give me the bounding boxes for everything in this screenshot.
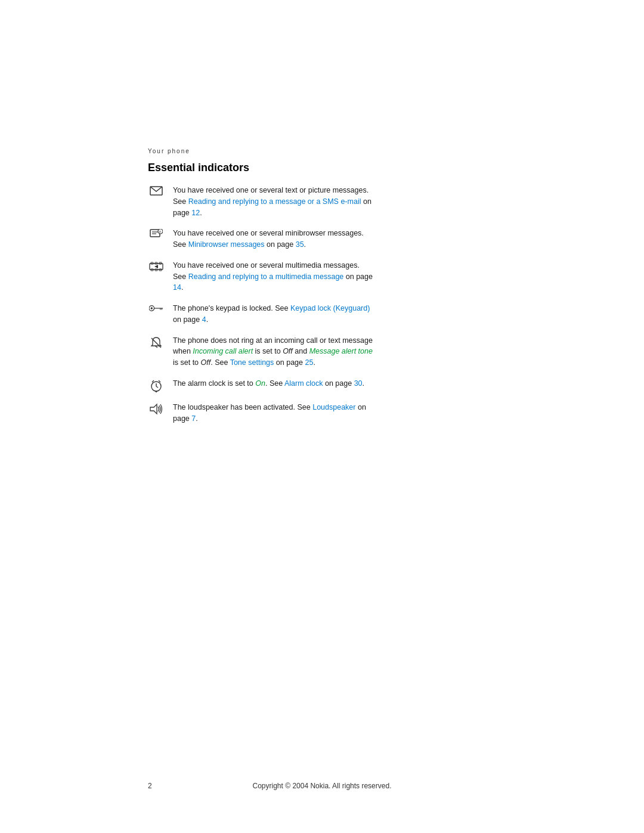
svg-marker-25 — [150, 404, 157, 414]
svg-line-22 — [156, 386, 158, 388]
tone-settings-page-link[interactable]: 25 — [305, 358, 313, 367]
svg-point-14 — [151, 307, 153, 309]
envelope-icon — [148, 185, 165, 196]
keypad-text: The phone's keypad is locked. See Keypad… — [173, 303, 374, 326]
multimedia-text: You have received one or several multime… — [173, 260, 374, 293]
speaker-text: The loudspeaker has been activated. See … — [173, 402, 374, 425]
list-item: The phone's keypad is locked. See Keypad… — [148, 303, 374, 326]
minibrowser-text: You have received one or several minibro… — [173, 228, 374, 250]
noring-text: The phone does not ring at an incoming c… — [173, 335, 374, 368]
page-title: Essential indicators — [148, 162, 374, 174]
content-area: Your phone Essential indicators You have… — [148, 148, 374, 433]
message-alert-tone-link[interactable]: Message alert tone — [309, 347, 373, 355]
multimedia-page-link[interactable]: 14 — [173, 283, 181, 292]
tone-settings-link[interactable]: Tone settings — [230, 358, 274, 367]
speaker-icon — [148, 402, 165, 415]
alarm-page-link[interactable]: 30 — [354, 379, 363, 388]
key-icon — [148, 303, 165, 312]
alarm-icon — [148, 378, 165, 392]
multimedia-link[interactable]: Reading and replying to a multimedia mes… — [188, 272, 344, 281]
multimedia-icon — [148, 260, 165, 272]
noring-icon — [148, 335, 165, 349]
sms-page-link[interactable]: 12 — [191, 209, 200, 217]
keypad-link[interactable]: Keypad lock (Keyguard) — [290, 304, 370, 312]
list-item: The alarm clock is set to On. See Alarm … — [148, 378, 374, 392]
incoming-call-alert-link[interactable]: Incoming call alert — [193, 347, 253, 355]
speaker-page-link[interactable]: 7 — [191, 414, 196, 423]
footer: Copyright © 2004 Nokia. All rights reser… — [0, 782, 644, 790]
list-item: The phone does not ring at an incoming c… — [148, 335, 374, 368]
list-item: You have received one or several text or… — [148, 185, 374, 218]
alarm-on-link[interactable]: On — [255, 379, 265, 388]
keypad-page-link[interactable]: 4 — [202, 315, 206, 324]
minibrowser-icon: P — [148, 228, 165, 240]
minibrowser-link[interactable]: Minibrowser messages — [188, 240, 265, 249]
minibrowser-page-link[interactable]: 35 — [296, 240, 304, 249]
list-item: You have received one or several multime… — [148, 260, 374, 293]
alarm-clock-link[interactable]: Alarm clock — [284, 379, 323, 388]
section-label: Your phone — [148, 148, 374, 154]
list-item: P You have received one or several minib… — [148, 228, 374, 250]
alarm-text: The alarm clock is set to On. See Alarm … — [173, 378, 374, 389]
loudspeaker-link[interactable]: Loudspeaker — [312, 403, 355, 411]
indicator-list: You have received one or several text or… — [148, 185, 374, 424]
page: Your phone Essential indicators You have… — [0, 0, 644, 833]
footer-copyright: Copyright © 2004 Nokia. All rights reser… — [253, 782, 392, 790]
sms-link[interactable]: Reading and replying to a message or a S… — [188, 197, 361, 206]
sms-text: You have received one or several text or… — [173, 185, 374, 218]
list-item: The loudspeaker has been activated. See … — [148, 402, 374, 425]
